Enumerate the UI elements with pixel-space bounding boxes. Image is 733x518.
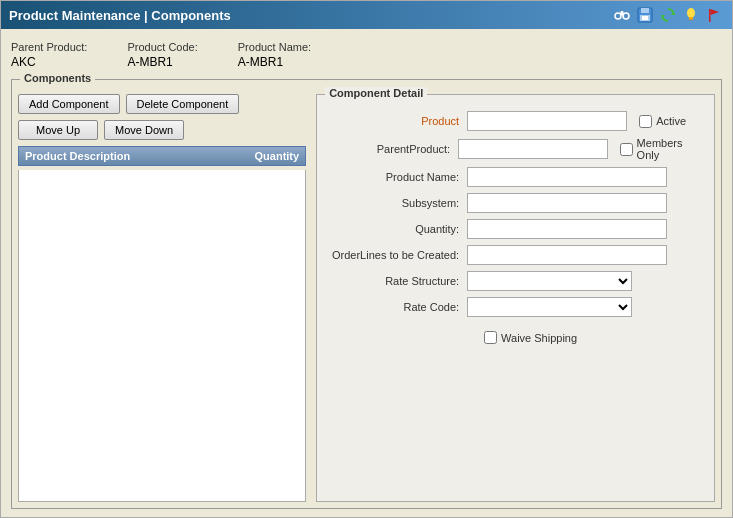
rate-structure-select[interactable]: [467, 271, 632, 291]
components-legend: Components: [20, 72, 95, 84]
product-code-item: Product Code: A-MBR1: [127, 41, 197, 69]
svg-rect-7: [642, 16, 648, 20]
svg-rect-3: [621, 11, 624, 14]
quantity-field-label: Quantity:: [329, 223, 459, 235]
svg-rect-2: [620, 14, 624, 16]
components-body: Add Component Delete Component Move Up M…: [18, 94, 715, 502]
rate-code-row: Rate Code:: [329, 297, 702, 317]
svg-marker-14: [711, 9, 720, 15]
components-section: Components Add Component Delete Componen…: [11, 79, 722, 509]
subsystem-row: Subsystem:: [329, 193, 702, 213]
delete-component-button[interactable]: Delete Component: [126, 94, 240, 114]
rate-structure-row: Rate Structure:: [329, 271, 702, 291]
orderlines-row: OrderLines to be Created:: [329, 245, 702, 265]
product-input[interactable]: [467, 111, 627, 131]
orderlines-label: OrderLines to be Created:: [329, 249, 459, 261]
svg-point-1: [623, 13, 629, 19]
parent-product-label: Parent Product:: [11, 41, 87, 53]
members-only-checkbox-label[interactable]: Members Only: [620, 137, 702, 161]
waive-shipping-row: Waive Shipping: [329, 331, 702, 344]
button-row-2: Move Up Move Down: [18, 120, 306, 140]
quantity-row: Quantity:: [329, 219, 702, 239]
save-icon[interactable]: [635, 5, 655, 25]
product-code-label: Product Code:: [127, 41, 197, 53]
active-checkbox-group: Active: [639, 115, 686, 128]
parent-product-item: Parent Product: AKC: [11, 41, 87, 69]
rate-code-label: Rate Code:: [329, 301, 459, 313]
flag-icon[interactable]: [704, 5, 724, 25]
parent-product-detail-input[interactable]: [458, 139, 607, 159]
product-name-value: A-MBR1: [238, 55, 311, 69]
title-bar: Product Maintenance | Components: [1, 1, 732, 29]
product-row: Product Active: [329, 111, 702, 131]
product-name-row: Product Name:: [329, 167, 702, 187]
rate-code-select[interactable]: [467, 297, 632, 317]
product-info-row: Parent Product: AKC Product Code: A-MBR1…: [11, 37, 722, 73]
button-row-1: Add Component Delete Component: [18, 94, 306, 114]
svg-point-10: [687, 8, 695, 18]
page-title: Product Maintenance | Components: [9, 8, 231, 23]
quantity-input[interactable]: [467, 219, 667, 239]
parent-product-field-label: ParentProduct:: [329, 143, 450, 155]
parent-product-row: ParentProduct: Members Only: [329, 137, 702, 161]
list-header: Product Description Quantity: [18, 146, 306, 166]
product-name-label: Product Name:: [238, 41, 311, 53]
waive-shipping-checkbox-label[interactable]: Waive Shipping: [484, 331, 577, 344]
product-name-detail-input[interactable]: [467, 167, 667, 187]
svg-rect-5: [641, 8, 649, 13]
product-name-field-label: Product Name:: [329, 171, 459, 183]
refresh-icon[interactable]: [658, 5, 678, 25]
svg-rect-12: [689, 20, 694, 21]
move-up-button[interactable]: Move Up: [18, 120, 98, 140]
members-only-label: Members Only: [637, 137, 702, 161]
active-label: Active: [656, 115, 686, 127]
members-only-checkbox-group: Members Only: [620, 137, 702, 161]
binoculars-icon[interactable]: [612, 5, 632, 25]
component-detail-panel: Component Detail Product Active: [316, 94, 715, 502]
orderlines-input[interactable]: [467, 245, 667, 265]
title-bar-icons: [612, 5, 724, 25]
members-only-checkbox[interactable]: [620, 143, 633, 156]
subsystem-label: Subsystem:: [329, 197, 459, 209]
component-detail-legend: Component Detail: [325, 87, 427, 99]
active-checkbox-label[interactable]: Active: [639, 115, 686, 128]
add-component-button[interactable]: Add Component: [18, 94, 120, 114]
components-list[interactable]: [18, 170, 306, 502]
product-description-header: Product Description: [25, 150, 130, 162]
main-window: Product Maintenance | Components: [0, 0, 733, 518]
move-down-button[interactable]: Move Down: [104, 120, 184, 140]
rate-structure-label: Rate Structure:: [329, 275, 459, 287]
waive-shipping-checkbox[interactable]: [484, 331, 497, 344]
quantity-header: Quantity: [255, 150, 300, 162]
parent-product-value: AKC: [11, 55, 87, 69]
product-field-label: Product: [329, 115, 459, 127]
left-panel: Add Component Delete Component Move Up M…: [18, 94, 306, 502]
lightbulb-icon[interactable]: [681, 5, 701, 25]
product-name-item: Product Name: A-MBR1: [238, 41, 311, 69]
product-code-value: A-MBR1: [127, 55, 197, 69]
subsystem-input[interactable]: [467, 193, 667, 213]
active-checkbox[interactable]: [639, 115, 652, 128]
detail-grid: Product Active ParentProduct:: [329, 111, 702, 344]
content-area: Parent Product: AKC Product Code: A-MBR1…: [1, 29, 732, 517]
waive-shipping-label: Waive Shipping: [501, 332, 577, 344]
svg-point-0: [615, 13, 621, 19]
svg-rect-13: [709, 9, 711, 22]
